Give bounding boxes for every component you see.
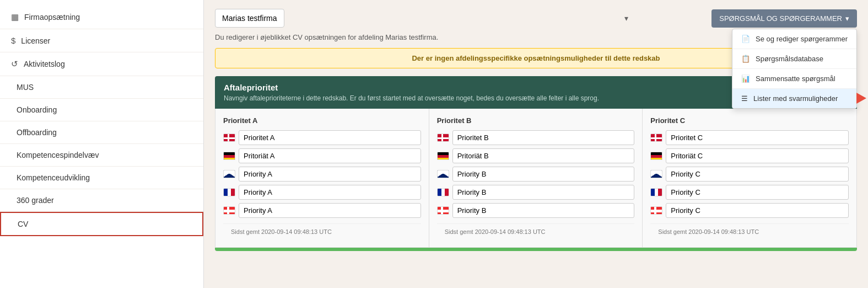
spgdb-icon: 📋 xyxy=(741,55,750,63)
dropdown-item-lister[interactable]: ☰ Lister med svarmuligheder xyxy=(732,89,856,108)
flag-dk-1-0 xyxy=(437,134,449,142)
priority-row-2-3 xyxy=(650,185,849,200)
sidebar-label-mus: MUS xyxy=(17,83,34,92)
priority-input-1-3[interactable] xyxy=(452,185,635,200)
sidebar-label-firmaopsaetning: Firmaopsætning xyxy=(24,13,80,22)
sidebar-item-cv[interactable]: CV xyxy=(0,212,203,236)
priority-col-title-1: Prioritet B xyxy=(437,116,635,125)
sidebar-label-onboarding: Onboarding xyxy=(17,105,57,114)
priority-input-0-0[interactable] xyxy=(239,130,421,145)
sidebar-label-aktivitetslog: Aktivitetslog xyxy=(24,60,65,68)
priority-input-0-4[interactable] xyxy=(239,203,421,218)
priority-col-1: Prioritet BSidst gemt 2020-09-14 09:48:1… xyxy=(429,109,643,247)
priority-row-0-0 xyxy=(223,130,421,145)
priority-col-title-2: Prioritet C xyxy=(650,116,849,125)
priority-row-1-2 xyxy=(437,167,635,182)
flag-uk-0-2 xyxy=(223,170,235,178)
flag-no-2-4 xyxy=(650,206,662,215)
sidebar-item-kompetenceudvikling[interactable]: Kompetenceudvikling xyxy=(0,167,203,189)
spg-dropdown-menu: 📄 Se og rediger spørgerammer 📋 Spørgsmål… xyxy=(732,29,857,109)
top-bar: Marias testfirma ▾ SPØRGSMÅL OG SPØRGERA… xyxy=(215,9,857,28)
sidebar-label-kompetencespindevav: Kompetencespindelvæv xyxy=(17,151,99,159)
saved-text-0: Sidst gemt 2020-09-14 09:48:13 UTC xyxy=(223,223,421,239)
bottom-green-bar xyxy=(215,248,857,251)
flag-de-0-1 xyxy=(223,152,235,160)
sidebar-item-firmaopsaetning[interactable]: ▦ Firmaopsætning xyxy=(0,6,203,29)
priority-input-2-0[interactable] xyxy=(666,130,849,145)
priority-row-0-1 xyxy=(223,148,421,163)
flag-dk-0-0 xyxy=(223,134,235,142)
sidebar-item-licenser[interactable]: $ Licenser xyxy=(0,29,203,52)
select-arrow-icon: ▾ xyxy=(624,14,628,23)
spg-button[interactable]: SPØRGSMÅL OG SPØRGERAMMER ▾ xyxy=(711,9,857,28)
priority-row-2-4 xyxy=(650,203,849,218)
spg-button-wrapper: SPØRGSMÅL OG SPØRGERAMMER ▾ 📄 Se og redi… xyxy=(711,9,857,28)
licenser-icon: $ xyxy=(11,36,15,45)
sidebar-label-360grader: 360 grader xyxy=(17,196,54,205)
priority-input-1-4[interactable] xyxy=(452,203,635,218)
flag-fr-0-3 xyxy=(223,188,235,196)
priority-grid: Prioritet ASidst gemt 2020-09-14 09:48:1… xyxy=(215,109,857,248)
sammensatte-icon: 📊 xyxy=(741,74,750,83)
dropdown-item-spgdb[interactable]: 📋 Spørgsmålsdatabase xyxy=(732,49,856,69)
sidebar: ▦ Firmaopsætning $ Licenser ↺ Aktivitets… xyxy=(0,0,204,288)
priority-row-1-3 xyxy=(437,185,635,200)
priority-col-0: Prioritet ASidst gemt 2020-09-14 09:48:1… xyxy=(215,109,429,247)
sidebar-item-kompetencespindevav[interactable]: Kompetencespindelvæv xyxy=(0,144,203,167)
sidebar-label-cv: CV xyxy=(18,220,28,228)
flag-fr-2-3 xyxy=(650,188,662,196)
priority-input-2-3[interactable] xyxy=(666,185,849,200)
flag-dk-2-0 xyxy=(650,134,662,142)
spg-button-label: SPØRGSMÅL OG SPØRGERAMMER xyxy=(719,14,842,23)
priority-row-0-4 xyxy=(223,203,421,218)
lister-label: Lister med svarmuligheder xyxy=(753,94,838,103)
se-rediger-icon: 📄 xyxy=(741,35,750,43)
se-rediger-label: Se og rediger spørgerammer xyxy=(756,35,848,43)
sidebar-item-offboarding[interactable]: Offboarding xyxy=(0,121,203,144)
main-content: Marias testfirma ▾ SPØRGSMÅL OG SPØRGERA… xyxy=(204,0,868,288)
priority-col-2: Prioritet CSidst gemt 2020-09-14 09:48:1… xyxy=(643,109,856,247)
sidebar-item-mus[interactable]: MUS xyxy=(0,76,203,99)
spgdb-label: Spørgsmålsdatabase xyxy=(756,55,823,63)
dropdown-item-sammensatte[interactable]: 📊 Sammensatte spørgsmål xyxy=(732,69,856,89)
priority-row-1-0 xyxy=(437,130,635,145)
spg-dropdown-icon: ▾ xyxy=(845,14,849,23)
flag-no-0-4 xyxy=(223,206,235,215)
company-select[interactable]: Marias testfirma xyxy=(215,9,284,28)
priority-input-2-4[interactable] xyxy=(666,203,849,218)
priority-col-title-0: Prioritet A xyxy=(223,116,421,125)
flag-de-2-1 xyxy=(650,152,662,160)
priority-input-0-3[interactable] xyxy=(239,185,421,200)
priority-input-2-1[interactable] xyxy=(666,148,849,163)
company-select-wrapper: Marias testfirma ▾ xyxy=(215,9,634,28)
lister-icon: ☰ xyxy=(741,94,748,103)
flag-de-1-1 xyxy=(437,152,449,160)
priority-input-1-2[interactable] xyxy=(452,167,635,182)
priority-row-1-1 xyxy=(437,148,635,163)
priority-row-2-1 xyxy=(650,148,849,163)
priority-row-0-2 xyxy=(223,167,421,182)
priority-row-0-3 xyxy=(223,185,421,200)
sammensatte-label: Sammensatte spørgsmål xyxy=(756,74,835,83)
priority-row-1-4 xyxy=(437,203,635,218)
sidebar-label-licenser: Licenser xyxy=(21,36,50,45)
sidebar-label-offboarding: Offboarding xyxy=(17,128,57,137)
priority-input-0-1[interactable] xyxy=(239,148,421,163)
priority-input-1-0[interactable] xyxy=(452,130,635,145)
aktivitetslog-icon: ↺ xyxy=(11,59,18,69)
priority-row-2-0 xyxy=(650,130,849,145)
priority-row-2-2 xyxy=(650,167,849,182)
saved-text-2: Sidst gemt 2020-09-14 09:48:13 UTC xyxy=(650,223,849,239)
flag-fr-1-3 xyxy=(437,188,449,196)
priority-input-0-2[interactable] xyxy=(239,167,421,182)
sidebar-item-aktivitetslog[interactable]: ↺ Aktivitetslog xyxy=(0,52,203,76)
sidebar-item-onboarding[interactable]: Onboarding xyxy=(0,99,203,121)
dropdown-item-se-rediger[interactable]: 📄 Se og rediger spørgerammer xyxy=(732,29,856,49)
flag-uk-2-2 xyxy=(650,170,662,178)
flag-uk-1-2 xyxy=(437,170,449,178)
sidebar-item-360grader[interactable]: 360 grader xyxy=(0,189,203,212)
arrow-pointer-icon xyxy=(856,93,866,104)
priority-input-2-2[interactable] xyxy=(666,167,849,182)
sidebar-label-kompetenceudvikling: Kompetenceudvikling xyxy=(17,173,90,182)
priority-input-1-1[interactable] xyxy=(452,148,635,163)
